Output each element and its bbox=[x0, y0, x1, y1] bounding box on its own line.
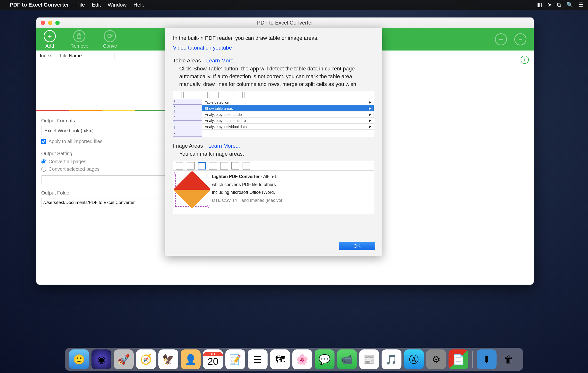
macos-menubar: PDF to Excel Converter File Edit Window … bbox=[0, 0, 588, 10]
dock-separator bbox=[472, 351, 473, 368]
image-learn-more-link[interactable]: Learn More... bbox=[208, 143, 240, 149]
image-areas-illustration: Lighten PDF Converter - All-in-1 which c… bbox=[173, 161, 374, 214]
menu-table-detection: Table detection▶ bbox=[202, 99, 374, 105]
video-tutorial-link[interactable]: Video tutorial on youtube bbox=[173, 45, 232, 51]
notes-icon[interactable]: 📝 bbox=[225, 350, 245, 369]
zoom-out-button[interactable]: － bbox=[514, 33, 526, 45]
refresh-icon: ⟳ bbox=[104, 30, 116, 42]
help-dialog: In the built-in PDF reader, you can draw… bbox=[165, 28, 382, 256]
plus-icon: ＋ bbox=[495, 33, 507, 45]
window-title: PDF to Excel Converter bbox=[36, 20, 534, 26]
macos-dock: 🙂 ◉ 🚀 🧭 🦅 👤 DEC20 📝 ☰ 🗺 🌸 💬 📹 📰 🎵 Ⓐ ⚙ 📄 … bbox=[65, 348, 523, 371]
messages-icon[interactable]: 💬 bbox=[315, 350, 335, 369]
output-folder-input[interactable] bbox=[41, 198, 175, 207]
reminders-icon[interactable]: ☰ bbox=[248, 350, 268, 369]
col-index[interactable]: Index bbox=[36, 53, 56, 58]
window-titlebar: PDF to Excel Converter bbox=[36, 18, 534, 28]
facetime-icon[interactable]: 📹 bbox=[337, 350, 357, 369]
finder-icon[interactable]: 🙂 bbox=[69, 350, 89, 369]
remove-button[interactable]: 🗑 Remove bbox=[70, 30, 88, 49]
dialog-intro: In the built-in PDF reader, you can draw… bbox=[173, 34, 374, 42]
downloads-icon[interactable]: ⬇ bbox=[477, 350, 496, 369]
launchpad-icon[interactable]: 🚀 bbox=[114, 350, 134, 369]
minus-icon: － bbox=[514, 33, 526, 45]
notification-icon[interactable]: ◧ bbox=[537, 2, 542, 8]
image-areas-label: Image Areas bbox=[173, 143, 203, 149]
image-areas-desc: You can mark image areas. bbox=[173, 150, 374, 158]
maps-icon[interactable]: 🗺 bbox=[270, 350, 290, 369]
spotlight-icon[interactable]: 🔍 bbox=[567, 2, 573, 8]
ok-button[interactable]: OK bbox=[339, 242, 375, 250]
menu-show-table-areas: Show table areas▶ Current page All pages bbox=[202, 105, 374, 111]
table-learn-more-link[interactable]: Learn More... bbox=[206, 57, 238, 64]
trash-icon: 🗑 bbox=[73, 30, 85, 42]
format-value: Excel Workbook (.xlsx) bbox=[44, 128, 94, 133]
image-selection-box bbox=[175, 173, 209, 207]
news-icon[interactable]: 📰 bbox=[359, 350, 379, 369]
menubar-status-area: ◧ ➤ ⧉ 🔍 ☰ bbox=[537, 2, 583, 8]
menu-analyze-border: Analyze by table border▶ bbox=[202, 111, 374, 118]
table-areas-desc: Click 'Show Table' button, the app will … bbox=[173, 65, 374, 88]
photos-icon[interactable]: 🌸 bbox=[292, 350, 312, 369]
table-areas-label: Table Areas bbox=[173, 57, 201, 64]
cursor-icon[interactable]: ➤ bbox=[547, 2, 552, 8]
mail-icon[interactable]: 🦅 bbox=[158, 350, 178, 369]
menu-window[interactable]: Window bbox=[108, 2, 127, 8]
appstore-icon[interactable]: Ⓐ bbox=[404, 350, 424, 369]
app-name[interactable]: PDF to Excel Converter bbox=[10, 2, 69, 8]
apply-all-input[interactable] bbox=[41, 139, 46, 144]
settings-icon[interactable]: ⚙ bbox=[426, 350, 446, 369]
music-icon[interactable]: 🎵 bbox=[382, 350, 401, 369]
convert-button[interactable]: ⟳ Conve bbox=[103, 30, 117, 49]
table-areas-illustration: 1234567 Table detection▶ Show table area… bbox=[173, 91, 374, 137]
trash-icon[interactable]: 🗑 bbox=[499, 350, 519, 369]
menu-analyze-structure: Analyze by data structure▶ bbox=[202, 118, 374, 124]
siri-icon[interactable]: ◉ bbox=[92, 350, 111, 369]
convert-selected-input[interactable] bbox=[41, 167, 46, 172]
safari-icon[interactable]: 🧭 bbox=[136, 350, 156, 369]
menu-help[interactable]: Help bbox=[133, 2, 144, 8]
col-filename[interactable]: File Name bbox=[56, 53, 115, 58]
contacts-icon[interactable]: 👤 bbox=[181, 350, 201, 369]
toolbar-zoom-group: ＋ － bbox=[495, 33, 526, 45]
calendar-icon[interactable]: DEC20 bbox=[203, 350, 223, 369]
convert-all-input[interactable] bbox=[41, 159, 46, 164]
zoom-in-button[interactable]: ＋ bbox=[495, 33, 507, 45]
pdf-to-excel-icon[interactable]: 📄 bbox=[449, 350, 468, 369]
menu-file[interactable]: File bbox=[76, 2, 85, 8]
screen-mirror-icon[interactable]: ⧉ bbox=[557, 2, 561, 8]
add-button[interactable]: ＋ Add bbox=[44, 30, 56, 49]
control-center-icon[interactable]: ☰ bbox=[578, 2, 583, 8]
plus-icon: ＋ bbox=[44, 30, 56, 42]
menu-analyze-individual: Analyze by individual data▶ bbox=[202, 124, 374, 130]
menu-edit[interactable]: Edit bbox=[92, 2, 101, 8]
info-button[interactable]: i bbox=[521, 56, 529, 64]
